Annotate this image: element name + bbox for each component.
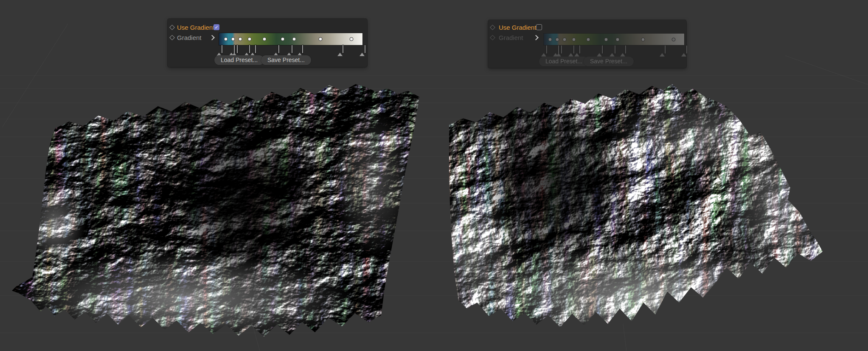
stop-arrow-icon [273, 45, 278, 56]
gradient-knot[interactable] [586, 37, 590, 41]
gradient-knot[interactable] [350, 37, 354, 41]
stop-arrow-icon [360, 45, 365, 56]
gradient-label: Gradient [499, 34, 523, 41]
stop-color-swatch [255, 45, 256, 53]
gradient-knot[interactable] [556, 37, 559, 41]
terrain-mesh-left[interactable] [8, 81, 424, 346]
stop-color-swatch [278, 45, 279, 53]
gradient-knot[interactable] [263, 37, 267, 41]
param-diamond-icon [490, 25, 495, 30]
stop-arrow-icon [244, 45, 249, 56]
gradient-stop-marker[interactable] [232, 45, 238, 53]
gradient-stop-marker[interactable] [287, 45, 292, 53]
use-gradient-row: Use Gradient ✓ [168, 24, 367, 31]
gradient-knot[interactable] [231, 37, 235, 41]
stop-arrow-icon [681, 46, 686, 57]
gradient-stop-marker[interactable] [273, 45, 279, 53]
stop-arrow-icon [556, 46, 561, 57]
gradient-stops-row [219, 45, 362, 55]
use-gradient-checkbox[interactable] [536, 24, 542, 30]
gradient-knot[interactable] [604, 37, 608, 41]
gradient-stop-marker[interactable] [574, 46, 580, 54]
gradient-stop-marker[interactable] [216, 45, 222, 53]
stop-arrow-icon [287, 45, 292, 56]
terrain-mesh-right[interactable] [414, 79, 849, 345]
scene-canvas[interactable] [0, 0, 868, 351]
use-gradient-row: Use Gradient [488, 24, 686, 31]
gradient-stops-row [544, 46, 684, 55]
load-preset-button[interactable]: Load Preset... [214, 55, 264, 65]
gradient-knot[interactable] [248, 37, 252, 41]
stop-color-swatch [686, 45, 687, 54]
gradient-stop-marker[interactable] [660, 46, 666, 54]
param-diamond-icon [169, 25, 175, 30]
gradient-stop-marker[interactable] [360, 45, 365, 53]
stop-arrow-icon [610, 46, 615, 57]
stop-color-swatch [665, 45, 666, 54]
stop-arrow-icon [660, 46, 665, 57]
stop-color-swatch [546, 45, 547, 54]
gradient-stop-marker[interactable] [244, 45, 250, 53]
stop-arrow-icon [216, 45, 222, 56]
stop-arrow-icon [232, 45, 237, 56]
stop-color-swatch [237, 45, 238, 53]
stop-color-swatch [343, 45, 343, 53]
stop-color-swatch [365, 45, 365, 53]
gradient-stop-marker[interactable] [568, 46, 574, 54]
stop-arrow-icon [541, 46, 546, 57]
gradient-stop-marker[interactable] [610, 46, 615, 54]
stop-color-swatch [579, 45, 580, 54]
gradient-knot[interactable] [224, 37, 228, 41]
gradient-stop-marker[interactable] [297, 45, 303, 53]
gradient-knot[interactable] [281, 37, 284, 41]
stop-arrow-icon [337, 45, 343, 56]
stop-color-swatch [561, 45, 562, 54]
stop-arrow-icon [297, 45, 302, 56]
3d-viewport[interactable]: Use Gradient ✓ Gradient Load Preset... S… [0, 0, 868, 351]
stop-color-swatch [292, 45, 292, 53]
stop-color-swatch [222, 45, 222, 53]
stop-arrow-icon [597, 46, 602, 57]
stop-color-swatch [602, 45, 603, 54]
gradient-stop-marker[interactable] [541, 46, 547, 54]
gradient-stop-marker[interactable] [597, 46, 603, 54]
param-diamond-icon [169, 35, 175, 40]
gradient-knot[interactable] [562, 37, 566, 41]
gradient-stop-marker[interactable] [620, 46, 626, 54]
gradient-knot[interactable] [615, 37, 619, 41]
gradient-knot[interactable] [641, 37, 645, 41]
gradient-knot[interactable] [548, 37, 552, 41]
param-diamond-icon [490, 35, 495, 40]
stop-color-swatch [302, 45, 303, 53]
save-preset-button[interactable]: Save Preset... [261, 55, 311, 65]
stop-arrow-icon [574, 46, 579, 57]
stop-arrow-icon [568, 46, 573, 57]
gradient-knot[interactable] [572, 37, 576, 41]
gradient-stop-marker[interactable] [250, 45, 256, 53]
load-preset-button[interactable]: Load Preset... [539, 57, 589, 66]
use-gradient-label: Use Gradient [177, 24, 214, 31]
gradient-bar[interactable] [219, 33, 362, 45]
gradient-knot[interactable] [292, 37, 296, 41]
gradient-stop-marker[interactable] [681, 46, 687, 54]
gradient-knot[interactable] [671, 37, 675, 41]
stop-color-swatch [625, 45, 626, 54]
gradient-stop-marker[interactable] [337, 45, 343, 53]
use-gradient-label: Use Gradient [499, 24, 536, 31]
stop-arrow-icon [250, 45, 255, 56]
stop-arrow-icon [620, 46, 625, 57]
gradient-stop-marker[interactable] [556, 46, 562, 54]
stop-color-swatch [615, 45, 615, 54]
gradient-panel-right: Use Gradient Gradient Load Preset... Sav… [488, 20, 686, 68]
use-gradient-checkbox[interactable]: ✓ [213, 24, 219, 30]
gradient-knot[interactable] [238, 37, 242, 41]
gradient-panel-left: Use Gradient ✓ Gradient Load Preset... S… [168, 19, 367, 67]
gradient-knot[interactable] [318, 37, 322, 41]
gradient-label: Gradient [177, 34, 202, 41]
gradient-bar[interactable] [544, 34, 684, 45]
save-preset-button[interactable]: Save Preset... [584, 57, 634, 66]
